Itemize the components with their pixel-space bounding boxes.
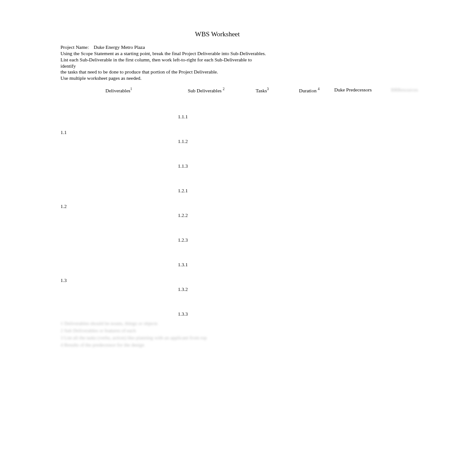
resource-cell [376, 169, 433, 194]
sub-deliverable-cell: 1.2.3 [177, 219, 235, 243]
col-header-duration: Duration 4 [289, 85, 329, 96]
predecessor-cell [329, 169, 376, 194]
deliverable-cell: 1.3 [61, 243, 177, 317]
predecessor-cell [329, 120, 376, 145]
sub-deliverable-cell: 1.1.3 [177, 145, 235, 169]
footnote-line: 1 Deliverables should be nouns, things o… [61, 320, 258, 327]
duration-cell [289, 169, 329, 194]
duration-cell [289, 194, 329, 219]
project-name-label: Project Name: [61, 44, 89, 50]
table-row: 1.3 1.3.1 [61, 243, 433, 268]
col-header-resources: BRResources [376, 85, 433, 96]
duration-cell [289, 95, 329, 120]
footnote-line: 3 List all the tasks (verbs, action) lik… [61, 334, 258, 341]
table-row: 1.1 1.1.1 [61, 95, 433, 120]
instruction-line: List each Sub-Deliverable in the first c… [61, 57, 267, 69]
sub-deliverable-cell: 1.2.2 [177, 194, 235, 219]
task-cell [235, 194, 289, 219]
duration-cell [289, 268, 329, 293]
col-header-sub-deliverables: Sub Deliverables 2 [177, 85, 235, 96]
duration-cell [289, 293, 329, 317]
sub-deliverable-cell: 1.3.1 [177, 243, 235, 268]
task-cell [235, 95, 289, 120]
instructions-block: Using the Scope Statement as a starting … [61, 51, 428, 82]
duration-cell [289, 120, 329, 145]
resource-cell [376, 243, 433, 268]
resource-cell [376, 194, 433, 219]
task-cell [235, 120, 289, 145]
sub-deliverable-cell: 1.2.1 [177, 169, 235, 194]
sub-deliverable-cell: 1.1.1 [177, 95, 235, 120]
task-cell [235, 243, 289, 268]
resource-cell [376, 219, 433, 243]
predecessor-cell [329, 145, 376, 169]
footnote-line: 2 Sub Deliverables or features of each [61, 327, 258, 334]
task-cell [235, 169, 289, 194]
footnote-line: 4 Results of the predecessor for the des… [61, 342, 258, 348]
resource-cell [376, 95, 433, 120]
resource-cell [376, 293, 433, 317]
page-title: WBS Worksheet [150, 30, 285, 38]
sub-deliverable-cell: 1.3.3 [177, 293, 235, 317]
duration-cell [289, 145, 329, 169]
duration-cell [289, 243, 329, 268]
table-header-row: Deliverables1 Sub Deliverables 2 Tasks3 … [61, 85, 433, 96]
task-cell [235, 219, 289, 243]
predecessor-cell [329, 268, 376, 293]
task-cell [235, 293, 289, 317]
predecessor-cell [329, 219, 376, 243]
col-header-predecessors: Duke Predecessors [329, 85, 376, 96]
predecessor-cell [329, 293, 376, 317]
predecessor-cell [329, 243, 376, 268]
wbs-table: Deliverables1 Sub Deliverables 2 Tasks3 … [61, 85, 433, 318]
project-name-value: Duke Energy Metro Plaza [94, 44, 145, 50]
sub-deliverable-cell: 1.3.2 [177, 268, 235, 293]
instruction-line: Use multiple worksheet pages as needed. [61, 75, 267, 82]
resource-cell [376, 145, 433, 169]
resource-cell [376, 268, 433, 293]
project-line: Project Name: Duke Energy Metro Plaza [61, 44, 433, 50]
task-cell [235, 145, 289, 169]
table-row: 1.2 1.2.1 [61, 169, 433, 194]
deliverable-cell: 1.2 [61, 169, 177, 243]
instruction-line: Using the Scope Statement as a starting … [61, 51, 267, 57]
resource-cell [376, 120, 433, 145]
task-cell [235, 268, 289, 293]
deliverable-cell: 1.1 [61, 95, 177, 169]
col-header-deliverables: Deliverables1 [61, 85, 177, 96]
sub-deliverable-cell: 1.1.2 [177, 120, 235, 145]
instruction-line: the tasks that need to be done to produc… [61, 69, 267, 75]
predecessor-cell [329, 194, 376, 219]
duration-cell [289, 219, 329, 243]
col-header-tasks: Tasks3 [235, 85, 289, 96]
wbs-worksheet-page: WBS Worksheet Project Name: Duke Energy … [61, 30, 433, 349]
predecessor-cell [329, 95, 376, 120]
footnotes-block: 1 Deliverables should be nouns, things o… [61, 320, 258, 348]
